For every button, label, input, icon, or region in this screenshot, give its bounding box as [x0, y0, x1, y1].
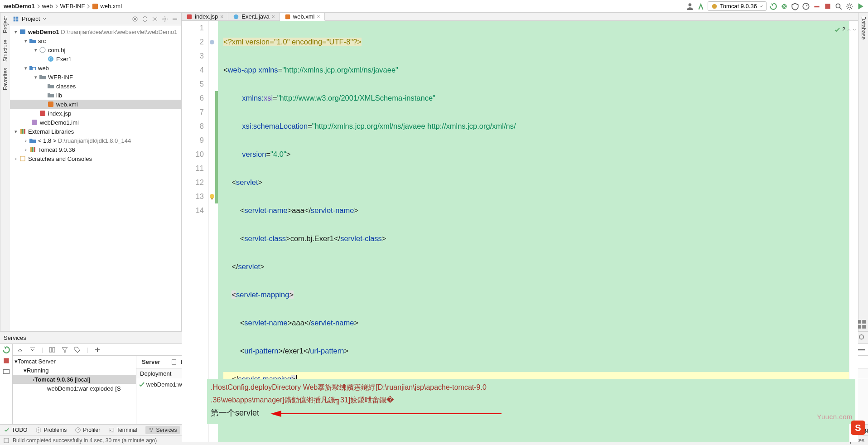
intention-bulb-icon[interactable] — [209, 193, 215, 200]
console[interactable]: .HostConfig.deployDirectory Web搴旂敤绋嬪簭鐩綍[… — [207, 379, 855, 424]
tab-indexjsp[interactable]: index.jsp× — [182, 13, 228, 20]
source-folder-icon — [29, 37, 36, 44]
chevron-right-icon — [87, 4, 90, 9]
collapse-all-icon[interactable] — [151, 15, 159, 23]
breadcrumb-2[interactable]: web — [42, 3, 53, 10]
tree-webinf[interactable]: ▾WEB-INF — [10, 73, 181, 82]
breadcrumb-4[interactable]: web.xml — [92, 3, 122, 10]
select-opened-file-icon[interactable] — [131, 15, 139, 23]
svg-text:!: ! — [38, 428, 39, 432]
top-bar: webDemo1 web WEB-INF web.xml Tomcat 9.0.… — [0, 0, 868, 13]
sogou-ime-icon[interactable]: S — [851, 421, 865, 435]
toolwin-terminal[interactable]: Terminal — [108, 427, 137, 433]
svg-point-35 — [210, 40, 214, 44]
tree-lib[interactable]: lib — [10, 91, 181, 100]
left-tool-rail: Favorites Structure Project — [0, 13, 10, 331]
sync-icon[interactable] — [697, 2, 705, 10]
svg-rect-29 — [32, 147, 34, 152]
redeploy-icon[interactable] — [769, 2, 777, 10]
profile-icon[interactable] — [802, 2, 810, 10]
filter-icon[interactable] — [61, 346, 68, 353]
status-hide-icon[interactable] — [4, 438, 9, 443]
tree-class[interactable]: CExer1 — [10, 54, 181, 63]
collapse-icon[interactable] — [29, 346, 36, 353]
svc-artifact[interactable]: webDemo1:war exploded [S — [13, 384, 136, 393]
svg-rect-49 — [53, 348, 55, 352]
toolwin-services[interactable]: Services — [145, 426, 180, 434]
rail-structure[interactable]: Structure — [2, 39, 9, 62]
breadcrumb-1[interactable]: webDemo1 — [4, 3, 35, 10]
gear-icon[interactable] — [161, 15, 169, 23]
svg-point-64 — [150, 430, 152, 432]
run-icon[interactable] — [856, 2, 864, 10]
settings-icon[interactable] — [845, 2, 854, 10]
tree-root[interactable]: ▾webDemo1 D:\ruanjian\idea\work\webservl… — [10, 27, 181, 36]
user-icon[interactable] — [686, 2, 694, 10]
tab-exer1java[interactable]: Exer1.java× — [228, 13, 280, 20]
svg-rect-37 — [211, 198, 213, 199]
svg-rect-32 — [187, 14, 192, 19]
tab-webxml[interactable]: web.xml× — [280, 13, 325, 21]
tree-webxml[interactable]: web.xml — [10, 100, 181, 109]
minus-icon[interactable] — [813, 2, 821, 10]
close-icon[interactable]: × — [220, 14, 223, 20]
stop-icon[interactable] — [824, 2, 832, 10]
class-icon: C — [47, 55, 54, 63]
close-icon[interactable]: × — [272, 14, 275, 20]
tree-external-libs[interactable]: ▾External Libraries — [10, 127, 181, 136]
console-line: .HostConfig.deployDirectory Web搴旂敤绋嬪簭鐩綍[… — [211, 381, 852, 394]
project-tool-window: Project ▾webDemo1 D:\ruanjian\idea\work\… — [10, 13, 182, 331]
tree-classes[interactable]: classes — [10, 82, 181, 91]
add-icon[interactable] — [94, 346, 101, 353]
xml-file-icon — [47, 101, 54, 108]
console-line: 第一个servlet — [211, 408, 259, 417]
tree-scratches[interactable]: ›Scratches and Consoles — [10, 154, 181, 163]
tree-iml[interactable]: webDemo1.iml — [10, 118, 181, 127]
chevron-down-icon[interactable] — [853, 28, 856, 32]
tree-jdk[interactable]: ›< 1.8 > D:\ruanjian\jdk\jdk1.8.0_144 — [10, 136, 181, 145]
tab-server[interactable]: Server — [142, 358, 160, 365]
search-icon[interactable] — [834, 2, 843, 10]
tree-indexjsp[interactable]: index.jsp — [10, 109, 181, 118]
module-icon — [19, 28, 26, 35]
rerun-icon[interactable] — [2, 346, 10, 354]
toolwin-problems[interactable]: !Problems — [35, 427, 67, 433]
tree-src[interactable]: ▾src — [10, 36, 181, 45]
tree-package[interactable]: ▾com.bj — [10, 45, 181, 54]
svg-point-63 — [151, 428, 153, 430]
group-icon[interactable] — [48, 346, 56, 353]
rail-database[interactable]: Database — [860, 16, 867, 39]
svg-rect-22 — [48, 102, 53, 107]
debug-icon[interactable] — [780, 2, 788, 10]
stop-icon[interactable] — [2, 357, 10, 365]
layout-icon[interactable] — [2, 368, 10, 376]
svc-running[interactable]: ▾Running — [13, 366, 136, 375]
project-tree[interactable]: ▾webDemo1 D:\ruanjian\idea\work\webservl… — [10, 25, 181, 165]
tree-tomcat[interactable]: ›Tomcat 9.0.36 — [10, 145, 181, 154]
svg-rect-30 — [34, 147, 35, 152]
chevron-down-icon — [759, 5, 763, 8]
expand-all-icon[interactable] — [141, 15, 149, 23]
tag-icon[interactable] — [74, 346, 81, 353]
services-tree[interactable]: ▾Tomcat Server ▾Running ›Tomcat 9.0.36 [… — [13, 356, 136, 424]
svg-rect-10 — [16, 16, 18, 18]
svc-config[interactable]: ›Tomcat 9.0.36 [local] — [13, 375, 136, 384]
toolwin-profiler[interactable]: Profiler — [75, 427, 100, 433]
tree-web[interactable]: ▾web — [10, 63, 181, 73]
svg-marker-57 — [270, 411, 281, 417]
coverage-icon[interactable] — [791, 2, 799, 10]
run-config-dropdown[interactable]: Tomcat 9.0.36 — [708, 1, 767, 11]
web-framework-icon[interactable] — [209, 39, 215, 45]
rail-favorites[interactable]: Favorites — [2, 68, 9, 90]
toolwin-todo[interactable]: TODO — [4, 427, 27, 433]
svg-point-62 — [149, 428, 151, 430]
hide-icon[interactable] — [171, 15, 178, 23]
rail-project[interactable]: Project — [2, 16, 9, 33]
project-selector[interactable]: Project — [13, 15, 46, 22]
svc-tomcat-server[interactable]: ▾Tomcat Server — [13, 357, 136, 366]
chevron-up-icon[interactable] — [847, 28, 851, 32]
close-icon[interactable]: × — [317, 14, 320, 20]
breadcrumb-3[interactable]: WEB-INF — [60, 3, 85, 10]
svg-rect-48 — [49, 348, 52, 352]
expand-icon[interactable] — [16, 346, 24, 353]
